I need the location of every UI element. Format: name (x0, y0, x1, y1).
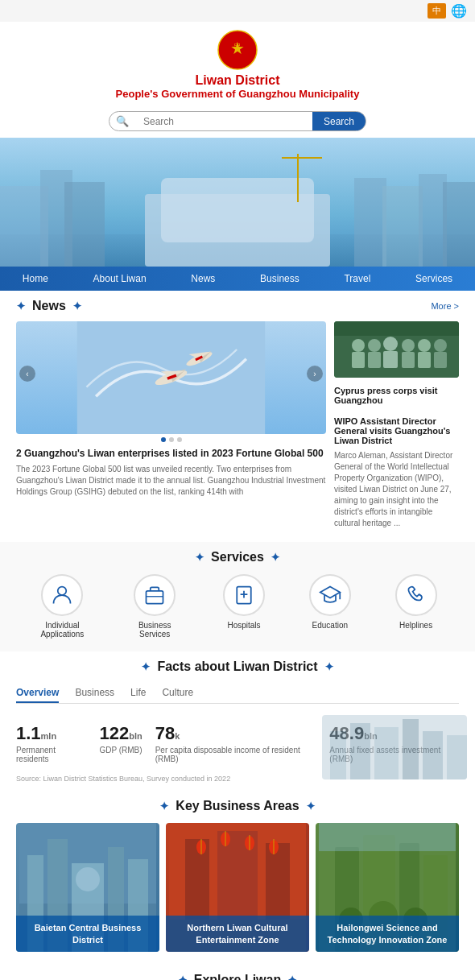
nav-home[interactable]: Home (11, 267, 60, 291)
svg-point-28 (368, 339, 381, 352)
fact-income-label: Per capita disposable income of resident… (155, 746, 317, 763)
services-title: ✦ Services ✦ (16, 550, 459, 564)
fact-residents: 1.1mln Permanent residents (16, 723, 86, 763)
kba-deco-right: ✦ (306, 800, 316, 813)
dot-2[interactable] (169, 437, 174, 442)
search-bar: 🔍 Search (0, 105, 475, 138)
kba-item-2[interactable]: Northern Liwan Cultural Entertainment Zo… (166, 823, 309, 952)
search-button[interactable]: Search (312, 112, 366, 130)
explore-deco-right: ✦ (287, 974, 297, 980)
svg-rect-37 (434, 352, 447, 368)
kba-deco-left: ✦ (159, 800, 169, 813)
svg-rect-33 (402, 352, 415, 368)
svg-rect-29 (368, 352, 381, 368)
news-section: ✦ News ✦ More > (0, 291, 475, 542)
tab-business[interactable]: Business (75, 684, 114, 703)
svg-rect-27 (352, 352, 365, 368)
nav-business[interactable]: Business (249, 267, 311, 291)
facts-section: ✦ Facts about Liwan District ✦ Overview … (0, 651, 475, 791)
news-side-img (334, 321, 459, 378)
tab-culture[interactable]: Culture (162, 684, 193, 703)
carousel-next[interactable]: › (307, 366, 323, 382)
hero-image (0, 138, 475, 267)
helplines-label: Helplines (399, 621, 432, 630)
svg-rect-35 (418, 352, 431, 368)
svg-text:中: 中 (234, 42, 241, 49)
site-title: Liwan District (0, 73, 475, 88)
svg-rect-52 (423, 731, 443, 779)
news-side-title-1[interactable]: Cyprus press corps visit Guangzhou (334, 386, 459, 405)
svg-rect-50 (374, 727, 399, 779)
svg-rect-40 (147, 591, 163, 604)
tab-life[interactable]: Life (130, 684, 146, 703)
news-side: Cyprus press corps visit Guangzhou WIPO … (334, 321, 459, 529)
fact-income-number: 78k (155, 723, 317, 744)
svg-rect-48 (330, 731, 346, 779)
kba-overlay-3: Hailongwei Science and Technology Innova… (316, 916, 459, 952)
individual-label: Individual Applications (38, 621, 86, 639)
nav-services[interactable]: Services (404, 267, 464, 291)
svg-rect-7 (64, 182, 105, 267)
service-education[interactable]: Education (309, 574, 351, 639)
nav-news[interactable]: News (180, 267, 226, 291)
nav-about[interactable]: About Liwan (82, 267, 158, 291)
svg-rect-31 (383, 351, 398, 368)
lang-cn-button[interactable]: 中 (428, 3, 446, 19)
site-subtitle: People's Government of Guangzhou Municip… (0, 88, 475, 100)
fact-gdp-number: 122bln (99, 723, 142, 744)
svg-rect-53 (447, 735, 467, 779)
individual-icon (41, 574, 83, 616)
news-main-article[interactable]: ‹ › 2 Guangzhou's Liwan enterprises list… (16, 321, 326, 529)
kba-item-1[interactable]: Baietan Central Business District (16, 823, 159, 952)
search-input[interactable] (135, 112, 312, 130)
business-label: Business Services (130, 621, 179, 639)
svg-rect-51 (403, 719, 419, 779)
news-side-subtitle: WIPO Assistant Director General visits G… (334, 416, 459, 445)
svg-point-39 (58, 587, 67, 596)
explore-title: ✦ Explore Liwan ✦ (16, 973, 459, 980)
kba-overlay-1: Baietan Central Business District (16, 916, 159, 952)
news-section-title: ✦ News ✦ (16, 299, 82, 313)
helplines-icon (395, 574, 437, 616)
fact-residents-label: Permanent residents (16, 746, 86, 763)
services-deco-left: ✦ (195, 551, 204, 564)
fact-gdp: 122bln GDP (RMB) (99, 723, 142, 763)
service-business[interactable]: Business Services (130, 574, 179, 639)
kba-item-3[interactable]: Hailongwei Science and Technology Innova… (316, 823, 459, 952)
explore-deco-left: ✦ (178, 974, 188, 980)
service-individual[interactable]: Individual Applications (38, 574, 86, 639)
svg-rect-49 (350, 723, 370, 779)
svg-rect-83 (319, 823, 456, 851)
nav-travel[interactable]: Travel (332, 267, 382, 291)
facts-bg-image (322, 715, 467, 779)
facts-title: ✦ Facts about Liwan District ✦ (16, 660, 459, 674)
svg-rect-38 (334, 321, 459, 336)
services-deco-right: ✦ (271, 551, 280, 564)
news-side-text: Marco Aleman, Assistant Director General… (334, 450, 459, 529)
more-link[interactable]: More > (431, 301, 459, 311)
tab-overview[interactable]: Overview (16, 684, 59, 703)
svg-rect-9 (161, 178, 314, 242)
hospitals-label: Hospitals (227, 621, 260, 630)
fact-gdp-label: GDP (RMB) (99, 746, 142, 755)
facts-deco-right: ✦ (324, 660, 334, 673)
svg-rect-63 (185, 839, 209, 920)
carousel-prev[interactable]: ‹ (19, 366, 35, 382)
dot-1[interactable] (161, 437, 166, 442)
hospitals-icon (223, 574, 265, 616)
svg-rect-11 (382, 186, 423, 267)
lang-en-icon: 🌐 (451, 3, 467, 19)
kba-title: ✦ Key Business Areas ✦ (16, 799, 459, 813)
kba-overlay-2: Northern Liwan Cultural Entertainment Zo… (166, 916, 309, 952)
services-section: ✦ Services ✦ Individual Applications Bus… (0, 542, 475, 651)
service-hospitals[interactable]: Hospitals (223, 574, 265, 639)
education-icon (309, 574, 351, 616)
main-nav: Home About Liwan News Business Travel Se… (0, 267, 475, 291)
dot-3[interactable] (177, 437, 182, 442)
explore-section: ✦ Explore Liwan ✦ Travel Map (0, 965, 475, 980)
fact-residents-number: 1.1mln (16, 723, 86, 744)
education-label: Education (312, 621, 348, 630)
service-helplines[interactable]: Helplines (395, 574, 437, 639)
svg-point-26 (352, 339, 365, 352)
news-main-text: The 2023 Fortune Global 500 list was unv… (16, 464, 326, 498)
